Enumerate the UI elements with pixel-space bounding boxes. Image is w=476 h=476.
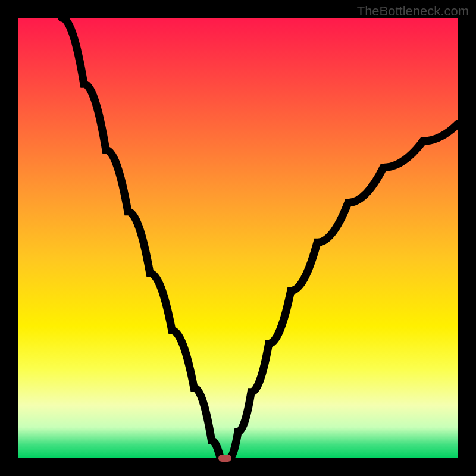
watermark-text: TheBottleneck.com [357,4,469,19]
plot-area [18,18,458,458]
chart-frame: TheBottleneck.com [0,0,476,476]
curve-left-branch [62,18,220,458]
min-marker [218,455,231,462]
curve-right-branch [229,124,458,458]
bottleneck-curve [18,18,458,458]
